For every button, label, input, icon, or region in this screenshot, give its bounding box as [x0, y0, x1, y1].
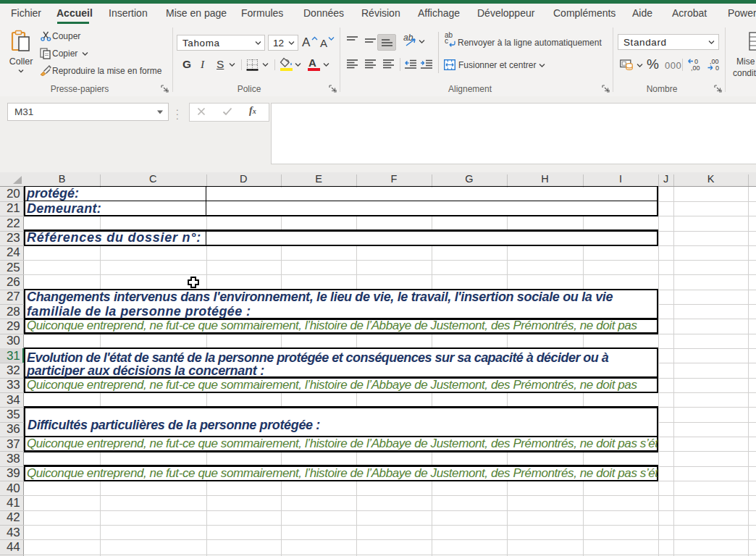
- svg-text:,00: ,00: [691, 64, 700, 72]
- svg-text:0: 0: [715, 64, 719, 72]
